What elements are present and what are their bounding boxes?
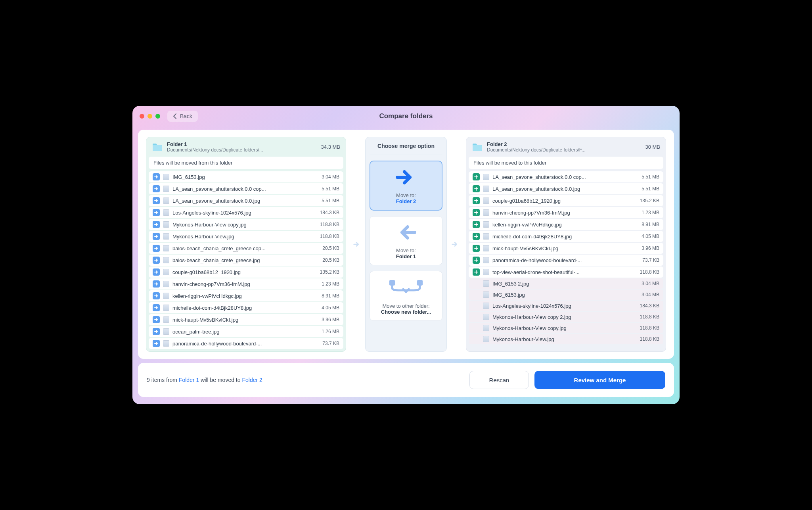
file-name: Los-Angeles-skyline-1024x576.jpg	[492, 303, 637, 309]
file-row[interactable]: Mykonos-Harbour-View copy.jpg118.8 KB	[149, 219, 343, 230]
file-list-source[interactable]: IMG_6153.jpg3.04 MBLA_sean_pavone_shutte…	[149, 171, 343, 349]
svg-rect-0	[153, 145, 162, 151]
review-merge-button[interactable]: Review and Merge	[534, 371, 665, 389]
file-thumb-icon	[163, 293, 169, 299]
file-name: couple-g01ba68b12_1920.jpg	[492, 198, 637, 204]
minimize-window-button[interactable]	[147, 114, 152, 119]
folder-icon	[152, 143, 163, 151]
summary-target-link[interactable]: Folder 2	[242, 377, 262, 383]
file-size: 5.51 MB	[322, 186, 339, 192]
file-size: 73.7 KB	[322, 341, 339, 346]
file-row[interactable]: panoramica-de-hollywood-boulevard-...73.…	[149, 338, 343, 349]
file-size: 135.2 KB	[640, 198, 659, 203]
file-name: kellen-riggin-vwPiVcHdkgc.jpg	[492, 222, 638, 228]
file-row[interactable]: ocean_palm-tree.jpg1.26 MB	[149, 326, 343, 337]
window-controls	[140, 114, 160, 119]
file-row[interactable]: LA_sean_pavone_shutterstock.0.0 cop...5.…	[149, 183, 343, 194]
file-row[interactable]: LA_sean_pavone_shutterstock.0.0 cop...5.…	[469, 171, 663, 182]
move-icon	[153, 304, 160, 311]
file-name: LA_sean_pavone_shutterstock.0.0.jpg	[492, 186, 638, 192]
file-row[interactable]: kellen-riggin-vwPiVcHdkgc.jpg8.91 MB	[469, 219, 663, 230]
close-window-button[interactable]	[140, 114, 144, 119]
file-name: mick-haupt-Mv5sBKvlCkI.jpg	[172, 317, 318, 323]
file-name: micheile-dot-com-d4tBjk28UY8.jpg	[492, 234, 638, 240]
file-thumb-icon	[163, 257, 169, 263]
file-row[interactable]: hanvin-cheong-pp7Vm36-fmM.jpg1.23 MB	[149, 278, 343, 290]
file-size: 1.26 MB	[322, 329, 339, 334]
file-thumb-icon	[483, 314, 489, 320]
file-thumb-icon	[163, 174, 169, 180]
file-thumb-icon	[483, 280, 489, 287]
file-size: 135.2 KB	[320, 269, 339, 275]
file-thumb-icon	[483, 221, 489, 228]
arrow-left-icon	[395, 224, 417, 241]
file-row[interactable]: IMG_6153 2.jpg3.04 MB	[469, 278, 663, 289]
file-size: 118.8 KB	[640, 336, 659, 342]
chevron-left-icon	[173, 113, 177, 119]
add-icon	[473, 221, 480, 228]
file-row[interactable]: Mykonos-Harbour-View.jpg118.8 KB	[149, 231, 343, 242]
file-row[interactable]: mick-haupt-Mv5sBKvlCkI.jpg3.96 MB	[469, 243, 663, 254]
folder-name: Folder 2	[487, 141, 641, 147]
rescan-button[interactable]: Rescan	[469, 371, 529, 389]
file-list-target[interactable]: LA_sean_pavone_shutterstock.0.0 cop...5.…	[469, 171, 663, 349]
file-thumb-icon	[483, 209, 489, 216]
file-size: 8.91 MB	[642, 222, 659, 227]
file-row[interactable]: kellen-riggin-vwPiVcHdkgc.jpg8.91 MB	[149, 290, 343, 301]
file-name: LA_sean_pavone_shutterstock.0.0 cop...	[172, 186, 318, 192]
file-row[interactable]: Los-Angeles-skyline-1024x576.jpg184.3 KB	[149, 207, 343, 218]
file-name: panoramica-de-hollywood-boulevard-...	[492, 257, 639, 263]
file-size: 3.96 MB	[322, 317, 339, 322]
file-name: mick-haupt-Mv5sBKvlCkI.jpg	[492, 245, 638, 251]
move-icon	[153, 316, 160, 323]
file-size: 118.8 KB	[640, 314, 659, 320]
add-icon	[473, 173, 480, 180]
merge-option-other-folder[interactable]: Move to other folder:Choose new folder..…	[370, 271, 442, 321]
add-icon	[473, 245, 480, 252]
file-row[interactable]: micheile-dot-com-d4tBjk28UY8.jpg4.05 MB	[469, 231, 663, 242]
merge-heading: Choose merge option	[370, 143, 442, 149]
file-thumb-icon	[483, 291, 489, 298]
file-row[interactable]: panoramica-de-hollywood-boulevard-...73.…	[469, 255, 663, 266]
file-row[interactable]: balos-beach_chania_crete_greece.jpg20.5 …	[149, 255, 343, 266]
file-row[interactable]: Los-Angeles-skyline-1024x576.jpg184.3 KB	[469, 301, 663, 311]
file-row[interactable]: LA_sean_pavone_shutterstock.0.0.jpg5.51 …	[149, 195, 343, 206]
file-name: micheile-dot-com-d4tBjk28UY8.jpg	[172, 305, 318, 311]
back-button[interactable]: Back	[167, 111, 198, 122]
file-row[interactable]: IMG_6153.jpg3.04 MB	[149, 171, 343, 182]
merge-option-panel: Choose merge option Move to:Folder 2 Mov…	[365, 137, 447, 352]
file-row[interactable]: top-view-aerial-drone-shot-beautiful-...…	[469, 267, 663, 278]
move-icon	[153, 280, 160, 288]
file-row[interactable]: IMG_6153.jpg3.04 MB	[469, 290, 663, 300]
file-row[interactable]: mick-haupt-Mv5sBKvlCkI.jpg3.96 MB	[149, 314, 343, 325]
file-size: 1.23 MB	[322, 281, 339, 287]
back-label: Back	[180, 113, 192, 119]
file-size: 118.8 KB	[320, 234, 339, 239]
add-icon	[473, 268, 480, 276]
move-icon	[153, 245, 160, 252]
app-window: Back Compare folders Folder 1 Documents/…	[132, 106, 680, 404]
file-row[interactable]: LA_sean_pavone_shutterstock.0.0.jpg5.51 …	[469, 183, 663, 194]
file-row[interactable]: couple-g01ba68b12_1920.jpg135.2 KB	[469, 195, 663, 206]
file-thumb-icon	[163, 281, 169, 287]
file-row[interactable]: couple-g01ba68b12_1920.jpg135.2 KB	[149, 267, 343, 278]
zoom-window-button[interactable]	[155, 114, 160, 119]
file-size: 118.8 KB	[320, 222, 339, 227]
file-thumb-icon	[163, 209, 169, 216]
file-row[interactable]: Mykonos-Harbour-View copy.jpg118.8 KB	[469, 323, 663, 333]
file-row[interactable]: micheile-dot-com-d4tBjk28UY8.jpg4.05 MB	[149, 302, 343, 313]
file-name: kellen-riggin-vwPiVcHdkgc.jpg	[172, 293, 318, 299]
file-row[interactable]: hanvin-cheong-pp7Vm36-fmM.jpg1.23 MB	[469, 207, 663, 218]
file-thumb-icon	[163, 197, 169, 204]
merge-option-move-to-folder1[interactable]: Move to:Folder 1	[370, 216, 442, 265]
file-size: 73.7 KB	[642, 257, 659, 263]
file-row[interactable]: Mykonos-Harbour-View.jpg118.8 KB	[469, 334, 663, 344]
summary-text: 9 items from Folder 1 will be moved to F…	[147, 377, 262, 383]
file-row[interactable]: Mykonos-Harbour-View copy 2.jpg118.8 KB	[469, 312, 663, 322]
merge-option-move-to-folder2[interactable]: Move to:Folder 2	[370, 161, 442, 211]
summary-source-link[interactable]: Folder 1	[179, 377, 199, 383]
file-name: Mykonos-Harbour-View copy.jpg	[492, 325, 637, 331]
file-name: balos-beach_chania_crete_greece cop...	[172, 245, 319, 251]
file-row[interactable]: balos-beach_chania_crete_greece cop...20…	[149, 243, 343, 254]
folder-size: 34.3 MB	[321, 144, 340, 150]
